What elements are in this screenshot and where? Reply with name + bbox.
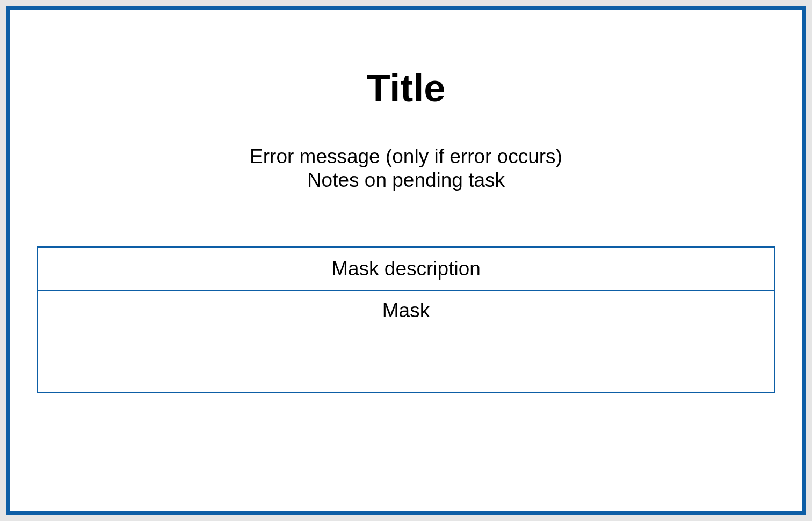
mask-box: Mask description Mask bbox=[37, 246, 775, 393]
page-title: Title bbox=[367, 66, 446, 110]
mask-description-header: Mask description bbox=[38, 248, 774, 291]
mask-content: Mask bbox=[38, 291, 774, 392]
message-block: Error message (only if error occurs) Not… bbox=[250, 145, 562, 193]
pending-task-notes: Notes on pending task bbox=[250, 168, 562, 192]
error-message: Error message (only if error occurs) bbox=[250, 145, 562, 168]
wireframe-panel: Title Error message (only if error occur… bbox=[6, 6, 806, 515]
